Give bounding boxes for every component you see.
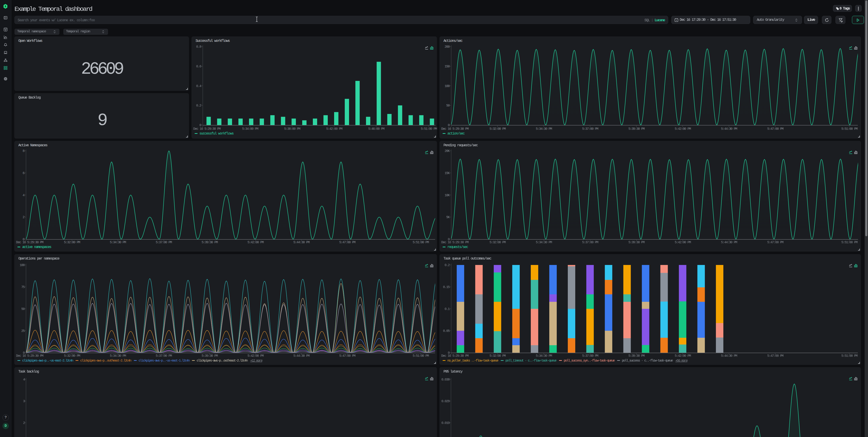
svg-text:5:44:30 PM: 5:44:30 PM: [293, 241, 310, 244]
svg-text:poll_timeout · c..-flow-task-q: poll_timeout · c..-flow-task-queue: [505, 359, 557, 363]
svg-text:100: 100: [445, 84, 450, 88]
svg-text:50: 50: [21, 307, 25, 311]
svg-text:5:32:00 PM: 5:32:00 PM: [490, 127, 506, 131]
svg-text:+56 more: +56 more: [675, 359, 688, 363]
svg-text:5:34:30 PM: 5:34:30 PM: [536, 354, 552, 358]
svg-text:clickpipes-aws-p..outheast-2.l: clickpipes-aws-p..outheast-2.l2c4n: [80, 359, 131, 363]
svg-text:3: 3: [23, 400, 25, 403]
svg-text:5:47:00 PM: 5:47:00 PM: [767, 354, 783, 358]
svg-text:150: 150: [445, 65, 450, 68]
svg-text:0.4: 0.4: [196, 84, 202, 88]
svg-text:5:47:00 PM: 5:47:00 PM: [339, 241, 355, 244]
svg-text:5:32:00 PM: 5:32:00 PM: [64, 241, 80, 244]
svg-text:5:39:30 PM: 5:39:30 PM: [202, 241, 218, 244]
svg-text:clickpipes-aws-p..-us-east-1.l: clickpipes-aws-p..-us-east-1.l2c4n: [138, 359, 190, 363]
svg-text:5:34:00 PM: 5:34:00 PM: [242, 127, 258, 131]
svg-text:5:39:30 PM: 5:39:30 PM: [628, 241, 645, 244]
svg-text:4: 4: [23, 378, 25, 382]
svg-text:0.15: 0.15: [443, 285, 450, 289]
svg-text:action/sec: action/sec: [447, 132, 465, 136]
svg-text:0.019: 0.019: [441, 421, 450, 425]
svg-text:5:42:00 PM: 5:42:00 PM: [675, 241, 691, 244]
svg-text:5:46:00 PM: 5:46:00 PM: [368, 127, 384, 131]
svg-text:5:47:00 PM: 5:47:00 PM: [339, 354, 355, 358]
svg-text:Dec 16 5:29:30 PM: Dec 16 5:29:30 PM: [193, 127, 221, 131]
svg-text:6: 6: [23, 171, 25, 175]
svg-text:2: 2: [23, 421, 25, 425]
svg-text:Dec 16 5:29:30 PM: Dec 16 5:29:30 PM: [16, 241, 43, 244]
svg-text:clickpipes-aws-p..-us-east-2.l: clickpipes-aws-p..-us-east-2.l2c4n: [22, 359, 73, 363]
svg-text:5:32:00 PM: 5:32:00 PM: [490, 354, 506, 358]
svg-text:5:44:30 PM: 5:44:30 PM: [721, 127, 737, 131]
svg-text:0.2: 0.2: [196, 104, 201, 107]
svg-text:5:37:00 PM: 5:37:00 PM: [582, 127, 598, 131]
svg-text:5:39:30 PM: 5:39:30 PM: [628, 127, 645, 131]
svg-text:clickpipes-aws-p..outheast-2.l: clickpipes-aws-p..outheast-2.l2c4n: [197, 359, 248, 363]
svg-text:0.05: 0.05: [443, 329, 450, 333]
svg-text:75: 75: [21, 285, 25, 289]
svg-text:5:37:00 PM: 5:37:00 PM: [582, 241, 598, 244]
svg-text:5:44:30 PM: 5:44:30 PM: [721, 354, 737, 358]
svg-text:5:42:00 PM: 5:42:00 PM: [675, 354, 691, 358]
svg-text:Dec 16 5:29:30 PM: Dec 16 5:29:30 PM: [441, 241, 469, 244]
svg-text:0.2: 0.2: [445, 263, 450, 267]
svg-text:0.8: 0.8: [196, 45, 202, 49]
svg-text:25: 25: [21, 329, 25, 333]
svg-text:5:51:00 PM: 5:51:00 PM: [413, 241, 429, 244]
svg-text:successful workflows: successful workflows: [199, 132, 234, 136]
svg-text:5:34:30 PM: 5:34:30 PM: [536, 127, 552, 131]
svg-text:5:44:30 PM: 5:44:30 PM: [293, 354, 310, 358]
svg-text:5:34:30 PM: 5:34:30 PM: [110, 241, 126, 244]
svg-text:5:42:00 PM: 5:42:00 PM: [248, 241, 264, 244]
svg-text:20K: 20K: [445, 149, 450, 153]
svg-text:0.1: 0.1: [445, 307, 450, 311]
svg-text:0: 0: [199, 123, 202, 127]
svg-text:Dec 16 5:29:30 PM: Dec 16 5:29:30 PM: [441, 354, 469, 358]
svg-text:5:39:30 PM: 5:39:30 PM: [628, 354, 645, 358]
svg-text:5:47:00 PM: 5:47:00 PM: [767, 241, 783, 244]
svg-text:5:38:00 PM: 5:38:00 PM: [284, 127, 301, 131]
svg-text:5:37:00 PM: 5:37:00 PM: [582, 354, 598, 358]
svg-text:poll_success_syn..-flow-task-q: poll_success_syn..-flow-task-queue: [564, 359, 615, 363]
svg-text:5:34:30 PM: 5:34:30 PM: [536, 241, 552, 244]
svg-text:5:42:00 PM: 5:42:00 PM: [326, 127, 342, 131]
svg-text:5:42:00 PM: 5:42:00 PM: [248, 354, 264, 358]
svg-text:5:37:00 PM: 5:37:00 PM: [156, 354, 172, 358]
svg-text:2: 2: [23, 215, 24, 219]
svg-text:5:51:00 PM: 5:51:00 PM: [841, 127, 858, 131]
svg-text:200: 200: [445, 45, 450, 49]
svg-text:Dec 16 5:29:30 PM: Dec 16 5:29:30 PM: [441, 127, 469, 131]
svg-text:0.6: 0.6: [196, 65, 202, 68]
svg-text:5:42:00 PM: 5:42:00 PM: [675, 127, 691, 131]
svg-text:0.038: 0.038: [441, 378, 450, 382]
svg-text:poll_success · c..-flow-task-q: poll_success · c..-flow-task-queue: [622, 359, 673, 363]
svg-text:5:37:00 PM: 5:37:00 PM: [156, 241, 172, 244]
svg-text:5:47:00 PM: 5:47:00 PM: [767, 127, 783, 131]
svg-text:0.029: 0.029: [441, 400, 450, 403]
svg-text:10K: 10K: [445, 193, 450, 197]
svg-text:requests/sec: requests/sec: [447, 245, 468, 249]
svg-text:5:51:00 PM: 5:51:00 PM: [841, 354, 858, 358]
svg-text:5:34:30 PM: 5:34:30 PM: [110, 354, 126, 358]
svg-text:5:39:30 PM: 5:39:30 PM: [202, 354, 218, 358]
svg-text:Dec 16 5:29:30 PM: Dec 16 5:29:30 PM: [16, 354, 43, 358]
svg-text:5:44:30 PM: 5:44:30 PM: [721, 241, 737, 244]
svg-text:100: 100: [20, 263, 25, 267]
svg-text:5K: 5K: [446, 215, 450, 219]
svg-text:5:51:00 PM: 5:51:00 PM: [413, 354, 429, 358]
svg-text:5:32:00 PM: 5:32:00 PM: [490, 241, 506, 244]
svg-text:0: 0: [448, 123, 450, 127]
svg-text:active namespaces: active namespaces: [22, 245, 51, 249]
svg-text:15K: 15K: [445, 171, 450, 175]
svg-text:8: 8: [23, 149, 25, 153]
svg-text:no_poller_tasks ..-flow-task-q: no_poller_tasks ..-flow-task-queue: [447, 359, 499, 363]
svg-text:4: 4: [23, 193, 25, 197]
svg-text:5:32:00 PM: 5:32:00 PM: [64, 354, 80, 358]
svg-text:5:51:00 PM: 5:51:00 PM: [421, 127, 437, 131]
svg-text:50: 50: [446, 104, 450, 107]
svg-text:5:51:00 PM: 5:51:00 PM: [841, 241, 858, 244]
svg-text:+12 more: +12 more: [250, 359, 263, 363]
